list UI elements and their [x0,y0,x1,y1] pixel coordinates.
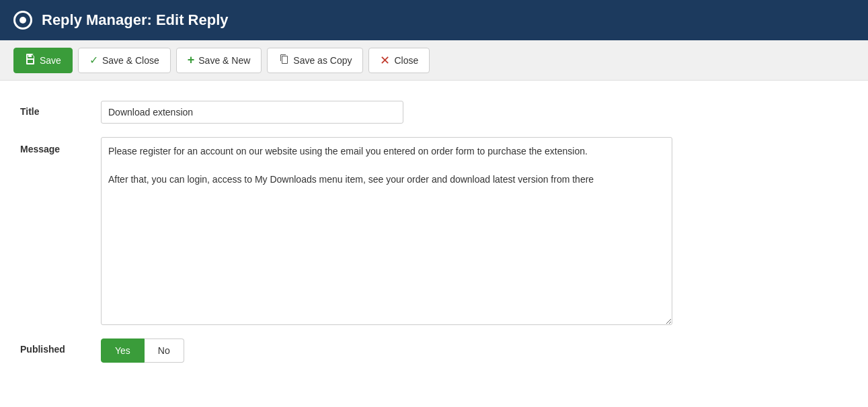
copy-icon [278,54,289,66]
message-textarea[interactable]: Please register for an account on our we… [101,137,672,325]
published-row: Published Yes No [20,338,848,363]
message-row: Message Please register for an account o… [20,137,848,325]
save-copy-button[interactable]: Save as Copy [267,48,363,73]
save-new-button[interactable]: + Save & New [176,48,262,73]
published-no-button[interactable]: No [145,338,184,363]
close-icon: ✕ [380,53,390,68]
title-input[interactable] [101,101,403,124]
published-toggle: Yes No [101,338,184,363]
save-close-label: Save & Close [102,55,159,66]
message-label: Message [20,137,101,154]
published-label: Published [20,338,101,355]
save-icon [25,54,36,66]
form-content: Title Message Please register for an acc… [0,81,868,407]
save-copy-label: Save as Copy [293,55,352,66]
check-icon: ✓ [89,54,98,66]
save-new-label: Save & New [198,55,250,66]
plus-icon: + [188,53,195,67]
close-button[interactable]: ✕ Close [368,48,430,73]
close-label: Close [394,55,418,66]
title-label: Title [20,101,101,117]
save-button[interactable]: Save [13,48,73,73]
save-label: Save [40,55,61,66]
toolbar: Save ✓ Save & Close + Save & New Save as… [0,40,868,81]
save-close-button[interactable]: ✓ Save & Close [78,48,171,73]
page-header: Reply Manager: Edit Reply [0,0,868,40]
published-yes-button[interactable]: Yes [101,338,145,363]
title-row: Title [20,101,848,124]
target-icon [13,11,32,30]
page-title: Reply Manager: Edit Reply [42,11,229,29]
